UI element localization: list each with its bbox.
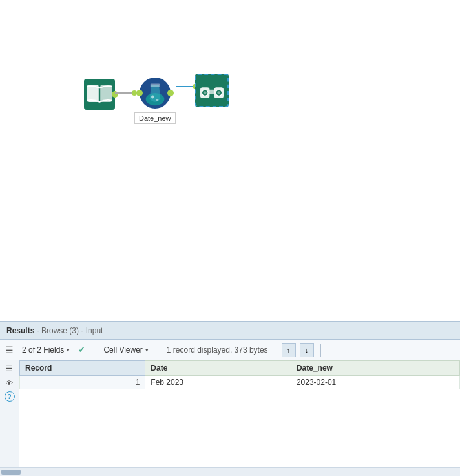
cell-viewer-button[interactable]: Cell Viewer ▾ [99,344,152,357]
separator-1 [92,344,92,357]
menu-icon[interactable]: ☰ [4,363,16,375]
node-dot-right-formula [167,90,174,96]
separator-2 [160,344,160,357]
cell-viewer-label: Cell Viewer [103,346,142,355]
list-icon[interactable]: ☰ [5,345,14,355]
svg-point-5 [151,96,154,99]
arrow-up-icon: ↑ [287,346,291,354]
workflow-container: Date_new [84,65,229,124]
checkmark-icon[interactable]: ✓ [78,345,85,355]
col-header-date-new: Date_new [291,361,459,376]
formula-label: Date_new [134,112,176,124]
cell-date: Feb 2023 [145,376,291,389]
eye-icon[interactable]: 👁 [4,377,16,389]
svg-point-13 [217,91,220,94]
data-table: Record Date Date_new 1 Feb 2023 2023-02- [19,360,460,389]
results-panel: Results - Browse (3) - Input ☰ 2 of 2 Fi… [0,321,460,476]
col-header-record: Record [20,361,145,376]
canvas-area: Date_new [0,0,460,321]
data-table-container: Record Date Date_new 1 Feb 2023 2023-02- [19,360,460,467]
input-file-node[interactable] [84,79,115,110]
browse-node[interactable] [195,74,229,107]
cell-date-new: 2023-02-01 [291,376,459,389]
fields-button[interactable]: 2 of 2 Fields ▾ [17,344,74,357]
formula-icon[interactable] [140,78,171,109]
help-icon[interactable]: ? [5,391,15,402]
scrollbar-thumb[interactable] [1,470,21,475]
arrow-down-button[interactable]: ↓ [300,343,314,357]
results-title: Results [6,326,34,335]
node-dot-left-formula [136,90,143,96]
scrollbar-bottom[interactable] [0,467,460,476]
col-header-date: Date [145,361,291,376]
separator-4 [320,344,321,357]
cell-viewer-chevron-icon: ▾ [145,347,149,353]
svg-point-6 [156,99,159,101]
left-sidebar: ☰ 👁 ? [0,360,19,467]
svg-point-12 [203,91,206,94]
connector-2 [176,86,195,87]
fields-label: 2 of 2 Fields [22,346,64,355]
table-row: 1 Feb 2023 2023-02-01 [20,376,460,389]
separator-3 [275,344,275,357]
formula-node[interactable]: Date_new [134,78,176,124]
results-subtitle: - Browse (3) - Input [34,326,103,335]
arrow-up-button[interactable]: ↑ [282,343,296,357]
browse-icon[interactable] [195,74,229,107]
results-toolbar: ☰ 2 of 2 Fields ▾ ✓ Cell Viewer ▾ 1 reco… [0,340,460,360]
record-info: 1 record displayed, 373 bytes [167,346,268,355]
table-area: ☰ 👁 ? Record Date Date_new [0,360,460,467]
table-header-row: Record Date Date_new [20,361,460,376]
connector-1 [115,92,134,94]
cell-record-num: 1 [20,376,145,389]
input-file-icon[interactable] [84,79,115,110]
svg-rect-4 [151,84,160,87]
results-header: Results - Browse (3) - Input [0,322,460,340]
svg-rect-9 [209,90,215,94]
arrow-down-icon: ↓ [305,346,309,354]
fields-chevron-icon: ▾ [67,347,70,353]
